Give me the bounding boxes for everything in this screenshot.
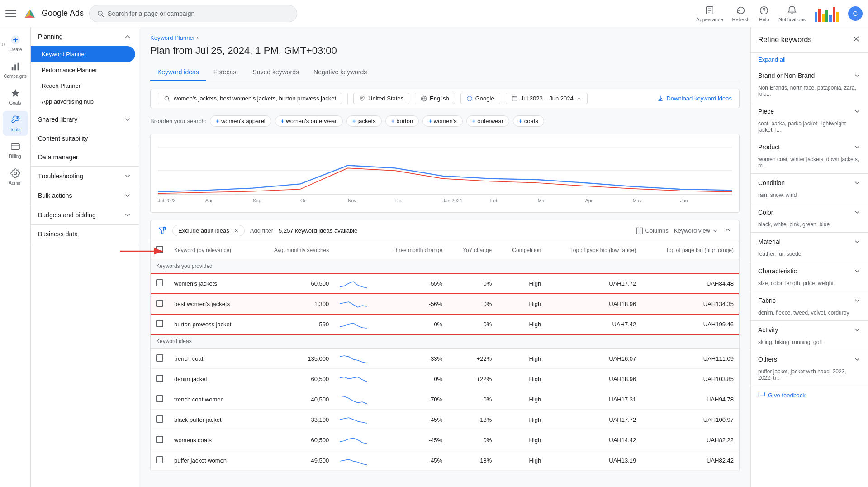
select-all-checkbox[interactable] [156,246,163,253]
download-label: Download keyword ideas [666,95,732,102]
download-link[interactable]: Download keyword ideas [657,95,732,102]
tab-forecast[interactable]: Forecast [206,64,245,81]
row-checkbox-2[interactable] [156,320,163,327]
filter-icon-button[interactable]: 1 [158,226,167,235]
budgets-bidding-label: Budgets and bidding [38,211,96,219]
tab-negative-keywords[interactable]: Negative keywords [306,64,374,81]
refine-section-brand-header[interactable]: Brand or Non-Brand [751,67,868,85]
expand-all-button[interactable]: Expand all [751,53,868,67]
admin-icon [10,168,21,179]
tab-keyword-ideas[interactable]: Keyword ideas [150,64,206,81]
table-row: black puffer jacket 33,100 -45% -18% Hig… [151,410,739,430]
content-suitability-header[interactable]: Content suitability [31,129,139,148]
appearance-action[interactable]: Appearance [696,5,723,22]
refine-section-characteristic-header[interactable]: Characteristic [751,262,868,280]
refine-section-product-header[interactable]: Product [751,138,868,156]
tab-saved-keywords[interactable]: Saved keywords [245,64,306,81]
row-checkbox-4[interactable] [156,375,163,382]
notifications-icon [787,5,797,16]
sidebar-item-billing[interactable]: Billing [3,138,28,162]
sidebar-item-goals[interactable]: Goals [3,84,28,109]
row-checkbox-3[interactable] [156,354,163,362]
avatar[interactable]: G [848,6,863,21]
filter-network[interactable]: Google [460,93,500,104]
broaden-chip-3[interactable]: +burton [385,115,419,127]
columns-button[interactable]: Columns [636,227,669,235]
appearance-label: Appearance [696,17,723,22]
refine-section-piece-header[interactable]: Piece [751,102,868,120]
sidebar-item-campaigns[interactable]: Campaigns [3,57,28,82]
refine-section-fabric-sub: denim, fleece, tweed, velvet, corduroy [751,310,868,320]
chart-area: Jul 2023 Aug Sep Oct Nov Dec Jan 2024 Fe… [158,142,732,205]
th-trend [334,241,372,259]
broaden-chip-4[interactable]: +women's [422,115,462,127]
filter-language[interactable]: English [415,93,455,104]
bulk-actions-header[interactable]: Bulk actions [31,186,139,205]
shared-library-header[interactable]: Shared library [31,110,139,129]
broaden-chip-1[interactable]: +women's outerwear [275,115,343,127]
location-icon [359,95,365,102]
row-checkbox-0[interactable] [156,279,163,286]
refine-section-fabric-header[interactable]: Fabric [751,291,868,310]
sidebar-admin-label: Admin [9,181,21,186]
mini-chart-4 [340,373,367,384]
row-checkbox-6[interactable] [156,415,163,423]
filter-date-range[interactable]: Jul 2023 – Jun 2024 [506,93,588,104]
hamburger-menu[interactable] [5,8,16,19]
google-logo-icon [22,5,38,22]
refine-section-activity-sub: skiing, hiking, running, golf [751,339,868,350]
refresh-label: Refresh [732,17,750,22]
svg-rect-13 [14,64,16,70]
nav-item-reach-planner[interactable]: Reach Planner [31,78,139,94]
refresh-action[interactable]: Refresh [732,5,750,22]
give-feedback-button[interactable]: Give feedback [751,386,868,404]
refine-section-activity-header[interactable]: Activity [751,321,868,339]
refine-section-material-header[interactable]: Material [751,233,868,251]
data-manager-header[interactable]: Data manager [31,148,139,166]
global-search[interactable]: Search for a page or campaign [89,5,297,22]
nav-section-budgets-bidding: Budgets and bidding [31,205,139,225]
broaden-chip-0[interactable]: +women's apparel [210,115,271,127]
row-checkbox-7[interactable] [156,436,163,443]
mini-trend-chart-1 [340,298,367,309]
refine-section-condition-header[interactable]: Condition [751,174,868,192]
svg-text:Mar: Mar [538,198,546,203]
broaden-chip-6[interactable]: +coats [513,115,544,127]
chevron-down-refine-3 [854,179,861,186]
left-navigation: Planning Keyword Planner Performance Pla… [31,27,139,487]
three-month-cell: -55% [372,273,448,294]
planning-header[interactable]: Planning [31,27,139,46]
ideas-section-label: Keyword ideas [151,334,739,349]
sidebar-item-admin[interactable]: Admin [3,164,28,189]
refine-close-button[interactable] [852,34,861,45]
refine-header: Refine keywords [751,27,868,53]
nav-item-keyword-planner[interactable]: Keyword Planner [31,46,135,62]
help-action[interactable]: Help [759,5,769,22]
notifications-action[interactable]: Notifications [778,5,806,22]
app-name: Google Ads [42,9,84,18]
breadcrumb-link[interactable]: Keyword Planner [150,34,195,41]
view-button[interactable]: Keyword view [674,227,718,234]
budgets-bidding-header[interactable]: Budgets and bidding [31,205,139,224]
sidebar-item-tools[interactable]: Tools [3,111,28,136]
business-data-header[interactable]: Business data [31,225,139,243]
troubleshooting-header[interactable]: Troubleshooting [31,167,139,186]
notifications-label: Notifications [778,17,806,22]
sidebar: Create Campaigns Goals Tools Billing [0,27,31,487]
refine-section-color-header[interactable]: Color [751,203,868,221]
exclude-adult-pill[interactable]: Exclude adult ideas ✕ [172,225,245,236]
add-filter-label[interactable]: Add filter [250,227,273,234]
exclude-adult-close[interactable]: ✕ [234,227,239,234]
row-checkbox-8[interactable] [156,456,163,463]
broaden-chip-5[interactable]: +outerwear [466,115,509,127]
filter-location[interactable]: United States [353,93,409,104]
row-checkbox-1[interactable] [156,300,163,307]
svg-text:Jul 2023: Jul 2023 [158,198,175,203]
nav-item-performance-planner[interactable]: Performance Planner [31,62,139,78]
broaden-chip-2[interactable]: +jackets [346,115,382,127]
filter-search[interactable]: women's jackets, best women's jackets, b… [158,93,342,104]
refine-section-others-header[interactable]: Others [751,350,868,368]
collapse-button[interactable] [724,226,732,235]
row-checkbox-5[interactable] [156,395,163,402]
nav-item-app-hub[interactable]: App advertising hub [31,94,139,110]
